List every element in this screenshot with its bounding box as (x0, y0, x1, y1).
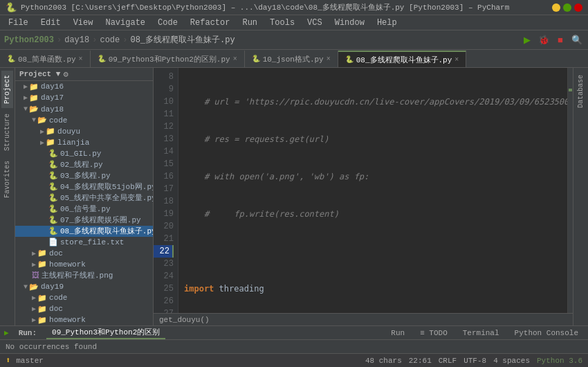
status-python[interactable]: Python 3.6 (537, 357, 582, 365)
debug-btn[interactable]: 🐞 (537, 33, 551, 47)
tab-1[interactable]: 🐍 09_Python3和Python2的区别.py × (91, 51, 245, 67)
tab-icon-3: 🐍 (345, 55, 353, 64)
status-git-icon: ⬆ (6, 355, 10, 366)
chevron-right-icon: ▶ (32, 316, 36, 324)
status-position[interactable]: 22:61 (409, 357, 432, 365)
status-indent[interactable]: 4 spaces (493, 357, 530, 365)
tree-label: day16 (41, 82, 64, 91)
run-icon: ▶ (4, 328, 9, 337)
tree-day17[interactable]: ▶ 📁 day17 (15, 92, 153, 103)
tab-label-3: 08_多线程爬取斗鱼妹子.py (356, 55, 452, 65)
tree-02-thread[interactable]: 🐍 02_线程.py (15, 159, 153, 170)
tree-label: 03_多线程.py (60, 170, 111, 181)
tab-3[interactable]: 🐍 08_多线程爬取斗鱼妹子.py × (338, 51, 467, 67)
menu-edit[interactable]: Edit (35, 17, 66, 29)
breadcrumb-file[interactable]: 08_多线程爬取斗鱼妹子.py (130, 34, 235, 46)
menu-code[interactable]: Code (152, 17, 183, 29)
tree-05-global[interactable]: 🐍 05_线程中共享全局变量.py (15, 193, 153, 204)
tree-store-file[interactable]: 📄 store_file.txt (15, 237, 153, 248)
tree-homework[interactable]: ▶ 📁 homework (15, 259, 153, 270)
minimize-btn[interactable] (552, 3, 560, 12)
run-tab-run[interactable]: Run (385, 328, 410, 338)
project-label: Python2003 (4, 35, 54, 45)
status-encoding[interactable]: UTF-8 (463, 357, 486, 365)
maximize-btn[interactable] (563, 3, 571, 12)
menu-navigate[interactable]: Navigate (100, 17, 151, 29)
chevron-right-icon: ▶ (24, 93, 28, 102)
tree-douyu[interactable]: ▶ 📁 douyu (15, 126, 153, 137)
tree-day19[interactable]: ▼ 📂 day19 (15, 281, 153, 292)
code-line-13: import threading (184, 283, 562, 295)
status-left: ⬆ master (6, 355, 358, 366)
tree-08-douyu[interactable]: 🐍 08_多线程爬取斗鱼妹子.py (15, 226, 153, 237)
run-config[interactable]: 09_Python3和Python2的区别 (46, 326, 165, 339)
code-content[interactable]: # url = 'https://rpic.douyucdn.cn/live-c… (178, 68, 567, 313)
tree-07-yule[interactable]: 🐍 07_多线程爬娱乐圈.py (15, 215, 153, 226)
left-tab-project[interactable]: Project (1, 71, 13, 108)
tree-label: code (49, 294, 67, 302)
search-btn[interactable]: 🔍 (570, 33, 584, 47)
run-btn[interactable]: ▶ (520, 33, 534, 47)
tab-close-1[interactable]: × (233, 55, 237, 63)
menu-tools[interactable]: Tools (264, 17, 300, 29)
tree-doc[interactable]: ▶ 📁 doc (15, 248, 153, 259)
breadcrumb-code[interactable]: code (100, 35, 120, 45)
run-tab-terminal[interactable]: Terminal (457, 328, 505, 338)
tab-icon-0: 🐍 (7, 55, 15, 63)
tab-label-0: 08_简单函数.py (18, 54, 76, 64)
tree-label: 01_GIL.py (60, 150, 101, 158)
tree-day18[interactable]: ▼ 📂 day18 (15, 104, 153, 115)
tree-label: homework (49, 316, 86, 324)
close-btn[interactable] (574, 3, 582, 12)
menu-file[interactable]: File (3, 17, 34, 29)
stop-btn[interactable]: ■ (553, 33, 567, 47)
breadcrumb-sep1: › (57, 35, 62, 45)
tree-06-semaphore[interactable]: 🐍 06_信号量.py (15, 204, 153, 215)
tab-close-0[interactable]: × (79, 55, 83, 63)
tab-2[interactable]: 🐍 10_json格式.py × (245, 51, 338, 67)
code-line-12 (184, 245, 562, 258)
breadcrumb-sep3: › (122, 35, 127, 45)
chevron-right-icon: ▶ (32, 260, 36, 269)
sidebar-header: Project ▼ ⚙ (15, 68, 153, 81)
code-editor[interactable]: 8 9 10 11 12 13 14 15 16 17 18 19 20 21 … (154, 68, 573, 313)
right-rail (567, 68, 573, 313)
tree-png[interactable]: 🖼 主线程和子线程.png (15, 270, 153, 281)
tree-day16[interactable]: ▶ 📁 day16 (15, 81, 153, 92)
run-tab-todo[interactable]: ≡ TODO (414, 328, 453, 338)
folder-open-icon: 📂 (37, 116, 47, 125)
status-git-branch[interactable]: master (16, 357, 44, 365)
menu-vcs[interactable]: VCS (302, 17, 328, 29)
tree-code2[interactable]: ▶ 📁 code (15, 292, 153, 303)
run-bar: ▶ Run: 09_Python3和Python2的区别 Run ≡ TODO … (0, 325, 588, 339)
menu-help[interactable]: Help (371, 17, 403, 29)
right-tab-database[interactable]: Database (575, 71, 587, 112)
tree-label: store_file.txt (60, 238, 124, 247)
breadcrumb-sep2: › (92, 35, 97, 45)
folder-icon: 📁 (37, 260, 47, 269)
tree-homework2[interactable]: ▶ 📁 homework (15, 314, 153, 325)
menu-run[interactable]: Run (237, 17, 263, 29)
tree-03-multithread[interactable]: 🐍 03_多线程.py (15, 170, 153, 181)
left-tab-favorites[interactable]: Favorites (1, 156, 13, 202)
left-tab-structure[interactable]: Structure (1, 109, 13, 155)
chevron-right-icon: ▶ (32, 305, 36, 313)
tree-code[interactable]: ▼ 📂 code (15, 115, 153, 126)
menu-refactor[interactable]: Refactor (185, 17, 236, 29)
tree-01-GIL[interactable]: 🐍 01_GIL.py (15, 148, 153, 159)
tree-doc2[interactable]: ▶ 📁 doc (15, 303, 153, 314)
sidebar-settings-icon[interactable]: ⚙ (63, 69, 68, 80)
py-file-icon: 🐍 (48, 182, 58, 191)
menu-view[interactable]: View (68, 17, 99, 29)
tab-close-3[interactable]: × (454, 56, 459, 64)
breadcrumb-day18[interactable]: day18 (64, 35, 89, 45)
tab-close-2[interactable]: × (327, 55, 331, 63)
run-tab-python-console[interactable]: Python Console (509, 328, 584, 338)
tab-0[interactable]: 🐍 08_简单函数.py × (0, 51, 91, 67)
status-crlf[interactable]: CRLF (439, 357, 457, 365)
tree-lianjia[interactable]: ▶ 📁 lianjia (15, 137, 153, 148)
tree-label: 06_信号量.py (60, 204, 111, 214)
tree-04-51job[interactable]: 🐍 04_多线程爬取51job网.py (15, 181, 153, 193)
tree-label: doc (49, 305, 63, 313)
menu-window[interactable]: Window (329, 17, 370, 29)
